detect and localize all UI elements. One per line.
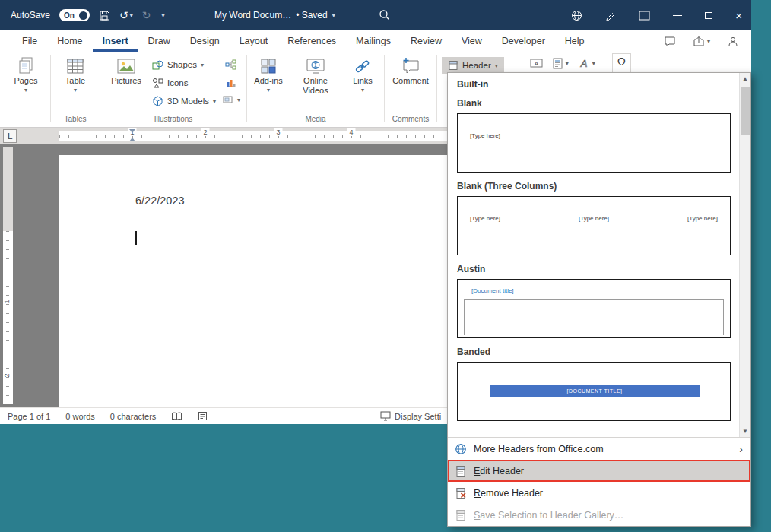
maximize-button[interactable] [705, 12, 712, 19]
tab-layout[interactable]: Layout [230, 30, 278, 52]
tab-insert[interactable]: Insert [93, 30, 138, 52]
links-button[interactable]: Links ▾ [346, 53, 379, 93]
chevron-down-icon: ▾ [201, 62, 204, 68]
ribbon-display-options-icon[interactable] [639, 11, 650, 21]
tab-references[interactable]: References [278, 30, 346, 52]
tab-developer[interactable]: Developer [492, 30, 555, 52]
globe-icon [455, 443, 467, 455]
3d-models-icon [152, 96, 163, 107]
save-status[interactable]: • Saved [296, 10, 328, 21]
menu-item-save-selection[interactable]: Save Selection to Header Gallery… [448, 504, 750, 526]
quick-access-toolbar: AutoSave On ↺▾ ↻ ▾ [11, 9, 165, 21]
pictures-icon [116, 56, 136, 76]
quick-parts-button[interactable]: ▾ [552, 58, 569, 69]
save-icon[interactable] [99, 10, 110, 21]
presence-icon[interactable] [727, 36, 739, 47]
scroll-down-icon[interactable]: ▼ [740, 426, 750, 437]
smartart-button[interactable] [224, 57, 238, 72]
icons-button[interactable]: Icons [149, 74, 219, 91]
tab-selector[interactable]: L [3, 129, 17, 143]
tab-design[interactable]: Design [180, 30, 230, 52]
group-label-comments: Comments [389, 114, 432, 123]
group-illustrations: Pictures Shapes ▾ Icons [105, 53, 242, 127]
titlebar[interactable]: AutoSave On ↺▾ ↻ ▾ My Word Docum… • Save… [0, 0, 751, 30]
wordart-button[interactable]: A ▾ [578, 58, 595, 69]
group-separator [341, 55, 341, 122]
chevron-down-icon: ▾ [495, 62, 498, 69]
scrollbar-thumb[interactable] [741, 87, 750, 135]
shapes-icon [152, 59, 163, 71]
header-button[interactable]: Header ▾ [442, 57, 504, 74]
tab-view[interactable]: View [452, 30, 492, 52]
addins-button[interactable]: Add-ins ▾ [252, 53, 285, 93]
display-settings-button[interactable]: Display Setti [380, 411, 441, 421]
tab-draw[interactable]: Draw [138, 30, 180, 52]
3d-models-button[interactable]: 3D Models ▾ [149, 93, 219, 109]
autosave-toggle[interactable]: On [59, 9, 90, 21]
first-line-indent-marker[interactable] [129, 129, 135, 133]
tab-mailings[interactable]: Mailings [346, 30, 401, 52]
text-box-button[interactable]: A [530, 58, 543, 68]
close-button[interactable]: × [735, 10, 742, 21]
gallery-item-label-banded: Banded [457, 347, 731, 357]
tab-home[interactable]: Home [47, 30, 92, 52]
online-videos-button[interactable]: Online Videos [295, 53, 336, 95]
gallery-item-three-columns[interactable]: [Type here] [Type here] [Type here] [457, 196, 731, 255]
smartart-icon [225, 59, 236, 71]
hanging-indent-marker[interactable] [129, 138, 135, 141]
globe-icon[interactable] [571, 10, 582, 21]
pages-button[interactable]: Pages ▾ [6, 53, 46, 93]
comment-button[interactable]: Comment [389, 53, 432, 86]
group-separator [290, 55, 290, 122]
share-button[interactable]: ▾ [693, 36, 710, 47]
group-links: Links ▾ [346, 53, 379, 127]
gallery-item-blank[interactable]: [Type here] [457, 113, 731, 173]
comments-panel-icon[interactable] [664, 36, 676, 47]
online-videos-icon [306, 56, 325, 76]
gallery-item-label-blank: Blank [457, 98, 731, 109]
chevron-down-icon: ▾ [74, 87, 77, 93]
table-button[interactable]: Table ▾ [56, 53, 95, 93]
tab-review[interactable]: Review [401, 30, 452, 52]
macro-recorder-icon[interactable] [198, 411, 208, 421]
minimize-button[interactable] [673, 15, 682, 16]
wordart-icon: A [578, 58, 590, 69]
menu-item-more-headers[interactable]: More Headers from Office.com › [448, 438, 750, 460]
customize-qat-caret-icon[interactable]: ▾ [160, 12, 165, 19]
group-separator [384, 55, 385, 122]
scroll-up-icon[interactable]: ▲ [740, 73, 750, 84]
group-comments: Comment Comments [389, 53, 432, 127]
page-indicator[interactable]: Page 1 of 1 [8, 412, 50, 421]
menu-item-remove-header[interactable]: Remove Header [448, 482, 750, 504]
ruler-number: 4 [347, 128, 355, 136]
header-gallery: Built-in Blank [Type here] Blank (Three … [448, 73, 750, 437]
gallery-item-austin[interactable]: [Document title] [457, 279, 731, 338]
gallery-item-banded[interactable]: [DOCUMENT TITLE] [457, 362, 731, 421]
group-separator [436, 55, 437, 122]
tab-help[interactable]: Help [555, 30, 595, 52]
menu-item-edit-header[interactable]: Edit Header [448, 460, 750, 482]
ruler-number: 2 [3, 373, 11, 377]
redo-button[interactable]: ↻ [142, 10, 151, 21]
search-icon[interactable] [379, 9, 390, 21]
proofing-icon[interactable] [171, 412, 182, 421]
autosave-state: On [64, 11, 75, 20]
word-count[interactable]: 0 words [65, 412, 95, 421]
chart-button[interactable] [224, 74, 238, 90]
group-addins: Add-ins ▾ [252, 53, 285, 127]
chevron-down-icon[interactable]: ▾ [332, 12, 335, 19]
gallery-scrollbar[interactable]: ▲ ▼ [739, 73, 750, 437]
ruler-number: 2 [201, 128, 209, 136]
document-title[interactable]: My Word Docum… [214, 10, 291, 21]
shapes-button[interactable]: Shapes ▾ [149, 56, 219, 73]
undo-button[interactable]: ↺▾ [119, 10, 133, 21]
tab-file[interactable]: File [12, 30, 47, 52]
screenshot-button[interactable]: ▾ [221, 92, 242, 107]
ruler-number: 1 [3, 299, 11, 303]
pen-mode-icon[interactable] [605, 10, 616, 21]
svg-text:A: A [535, 60, 539, 67]
ruler-number: 3 [274, 128, 282, 136]
pictures-button[interactable]: Pictures [105, 53, 148, 86]
character-count[interactable]: 0 characters [110, 412, 157, 421]
screenshot-icon [222, 94, 233, 106]
